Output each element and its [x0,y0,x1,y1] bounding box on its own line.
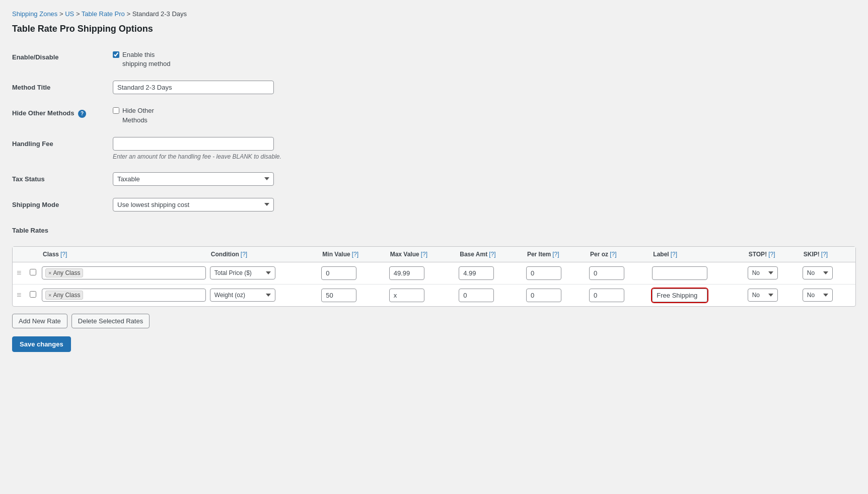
handling-fee-hint: Enter an amount for the handling fee - l… [113,153,856,160]
th-per-item: Per Item [?] [524,247,587,262]
enable-disable-field[interactable]: Enable this shipping method [113,50,856,68]
class-help-link[interactable]: [?] [60,251,67,258]
drag-handle-2[interactable]: ≡ [13,284,28,306]
label-input-1[interactable] [652,266,707,280]
skip-select-1[interactable]: No Yes [803,266,833,279]
min-value-input-1[interactable] [321,266,356,280]
drag-icon: ≡ [15,291,23,299]
method-title-label: Method Title [12,75,113,100]
tag-label-1: Any Class [53,269,80,276]
breadcrumb: Shipping Zones > US > Table Rate Pro > S… [12,10,856,18]
handling-fee-input[interactable] [113,137,274,151]
enable-disable-label: Enable/Disable [12,44,113,75]
tax-status-label: Tax Status [12,166,113,192]
delete-selected-rates-button[interactable]: Delete Selected Rates [71,314,150,328]
skip-help-link[interactable]: [?] [821,251,828,258]
condition-select-1[interactable]: Total Price ($) Weight (oz) Item Count [210,266,275,279]
table-action-row: Add New Rate Delete Selected Rates [12,314,856,328]
save-changes-button[interactable]: Save changes [12,336,71,352]
tag-remove-icon-2[interactable]: × [48,293,51,298]
th-label: Label [?] [650,247,745,262]
tax-status-select[interactable]: Taxable None [113,172,274,186]
class-tag-2: × Any Class [45,291,83,300]
table-rates-section-label: Table Rates [12,222,48,234]
skip-select-2[interactable]: No Yes [803,289,833,302]
label-help-link[interactable]: [?] [671,251,677,258]
base-amt-input-2[interactable] [459,289,494,302]
row-checkbox-1[interactable] [30,269,36,275]
per-oz-input-1[interactable] [589,266,624,280]
per-item-input-2[interactable] [526,289,561,302]
rates-table: Class [?] Condition [?] Min Value [?] [13,247,855,306]
base-amt-help-link[interactable]: [?] [489,251,495,258]
class-tag-input-1[interactable]: × Any Class [42,266,206,279]
table-rates-section: Class [?] Condition [?] Min Value [?] [12,246,856,307]
th-condition: Condition [?] [208,247,319,262]
stop-select-1[interactable]: No Yes [748,266,778,279]
drag-handle-1[interactable]: ≡ [13,262,28,284]
breadcrumb-us[interactable]: US [65,10,74,18]
add-new-rate-button[interactable]: Add New Rate [12,314,67,328]
th-max-value: Max Value [?] [387,247,457,262]
max-value-input-1[interactable] [389,266,424,280]
class-tag-1: × Any Class [45,268,83,277]
hide-other-methods-checkbox[interactable] [113,107,119,114]
page-title: Table Rate Pro Shipping Options [12,24,856,34]
table-row: ≡ × Any Class Total Price ($) [13,284,855,306]
tag-label-2: Any Class [53,292,80,299]
table-row: ≡ × Any Class Total Price ($) [13,262,855,284]
label-input-2[interactable] [652,289,707,302]
breadcrumb-shipping-zones[interactable]: Shipping Zones [12,10,57,18]
condition-select-2[interactable]: Total Price ($) Weight (oz) Item Count [210,289,275,302]
th-checkbox [28,247,40,262]
handling-fee-label: Handling Fee [12,131,113,166]
condition-help-link[interactable]: [?] [241,251,247,258]
max-value-input-2[interactable] [389,289,424,302]
stop-select-2[interactable]: No Yes [748,289,778,302]
shipping-mode-select[interactable]: Use lowest shipping cost Use highest shi… [113,198,274,211]
stop-help-link[interactable]: [?] [768,251,775,258]
per-item-input-1[interactable] [526,266,561,280]
class-tag-input-2[interactable]: × Any Class [42,289,206,302]
th-class: Class [?] [40,247,208,262]
tag-remove-icon[interactable]: × [48,270,51,276]
breadcrumb-table-rate-pro[interactable]: Table Rate Pro [82,10,125,18]
th-per-oz: Per oz [?] [587,247,650,262]
hide-other-methods-label: Hide Other Methods ? [12,100,113,130]
th-stop: STOP! [?] [746,247,801,262]
per-oz-help-link[interactable]: [?] [610,251,616,258]
per-item-help-link[interactable]: [?] [552,251,559,258]
th-drag [13,247,28,262]
max-value-help-link[interactable]: [?] [421,251,427,258]
base-amt-input-1[interactable] [459,266,494,280]
th-min-value: Min Value [?] [319,247,387,262]
th-skip: SKIP! [?] [801,247,855,262]
hide-other-methods-help-icon: ? [78,110,86,118]
row-checkbox-2[interactable] [30,291,36,298]
save-row: Save changes [12,336,856,352]
drag-icon: ≡ [15,268,23,277]
per-oz-input-2[interactable] [589,289,624,302]
min-value-input-2[interactable] [321,289,356,302]
enable-disable-checkbox[interactable] [113,51,119,58]
settings-form: Enable/Disable Enable this shipping meth… [12,44,856,238]
shipping-mode-label: Shipping Mode [12,192,113,218]
hide-other-methods-field[interactable]: Hide Other Methods [113,106,856,124]
min-value-help-link[interactable]: [?] [352,251,358,258]
breadcrumb-current: Standard 2-3 Days [132,10,187,18]
method-title-input[interactable] [113,81,274,94]
th-base-amt: Base Amt [?] [457,247,524,262]
